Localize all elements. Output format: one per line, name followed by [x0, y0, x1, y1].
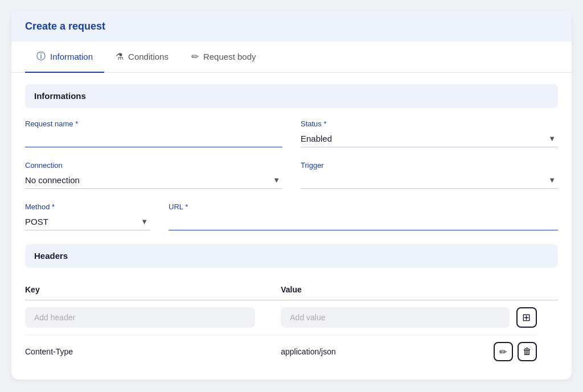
url-input[interactable] [169, 213, 558, 230]
trigger-select[interactable] [301, 172, 558, 188]
headers-add-row: ⊞ [25, 300, 558, 335]
add-value-input[interactable] [281, 307, 509, 328]
tab-request-body[interactable]: ✏ Request body [180, 42, 268, 72]
method-label: Method * [25, 203, 150, 211]
add-key-cell [25, 300, 281, 335]
url-label: URL * [169, 203, 558, 211]
conditions-icon: ⚗ [116, 51, 124, 62]
method-select-wrapper: POST GET PUT DELETE PATCH ▼ [25, 213, 150, 230]
row-key-value: Content-Type [25, 347, 73, 356]
page-title: Create a request [25, 20, 105, 32]
form-row-2: Connection No connection ▼ Trigger ▼ [25, 161, 558, 189]
form-row-1: Request name * Status * Enabled Disabled… [25, 119, 558, 147]
headers-section: Headers Key Value [25, 244, 558, 368]
tabs-container: ⓘ Information ⚗ Conditions ✏ Request bod… [11, 42, 572, 73]
status-label: Status * [301, 119, 558, 128]
request-body-icon: ✏ [191, 51, 199, 62]
tab-conditions-label: Conditions [128, 52, 169, 61]
col-header-actions [537, 279, 558, 300]
col-header-key: Key [25, 279, 281, 300]
headers-section-header: Headers [25, 244, 558, 268]
tab-request-body-label: Request body [203, 52, 256, 61]
method-select[interactable]: POST GET PUT DELETE PATCH [25, 213, 150, 230]
tab-conditions[interactable]: ⚗ Conditions [104, 42, 180, 72]
delete-header-button[interactable]: 🗑 [518, 342, 537, 361]
col-header-value: Value [281, 279, 536, 300]
card-header: Create a request [11, 11, 572, 42]
status-group: Status * Enabled Disabled ▼ [301, 119, 558, 147]
status-select-wrapper: Enabled Disabled ▼ [301, 130, 558, 147]
row-value-cell: application/json ✏ 🗑 [281, 335, 536, 369]
form-row-3: Method * POST GET PUT DELETE PATCH ▼ URL… [25, 203, 558, 230]
informations-title: Informations [34, 91, 86, 101]
edit-header-button[interactable]: ✏ [494, 342, 513, 361]
request-name-input[interactable] [25, 130, 282, 147]
tab-information-label: Information [50, 52, 93, 61]
delete-icon: 🗑 [523, 346, 532, 357]
headers-table: Key Value [25, 279, 558, 368]
connection-select[interactable]: No connection [25, 172, 282, 188]
trigger-group: Trigger ▼ [301, 161, 558, 189]
table-row: Content-Type application/json ✏ [25, 335, 558, 369]
request-name-group: Request name * [25, 119, 282, 147]
row-key-cell: Content-Type [25, 335, 281, 369]
edit-icon: ✏ [499, 346, 507, 357]
informations-section-header: Informations [25, 84, 558, 108]
status-select[interactable]: Enabled Disabled [301, 130, 558, 147]
connection-label: Connection [25, 161, 282, 170]
trigger-select-wrapper: ▼ [301, 172, 558, 189]
add-header-input[interactable] [25, 307, 255, 328]
trigger-label: Trigger [301, 161, 558, 170]
information-icon: ⓘ [36, 51, 46, 63]
connection-select-wrapper: No connection ▼ [25, 172, 282, 189]
tab-content: Informations Request name * Status * Ena… [11, 73, 572, 379]
add-header-button[interactable]: ⊞ [516, 307, 537, 328]
tab-information[interactable]: ⓘ Information [25, 42, 104, 73]
method-group: Method * POST GET PUT DELETE PATCH ▼ [25, 203, 150, 230]
add-value-cell: ⊞ [281, 300, 536, 335]
add-icon: ⊞ [522, 311, 531, 324]
main-card: Create a request ⓘ Information ⚗ Conditi… [11, 11, 572, 379]
headers-title: Headers [34, 251, 68, 261]
url-group: URL * [169, 203, 558, 230]
row-value-value: application/json [281, 347, 486, 356]
connection-group: Connection No connection ▼ [25, 161, 282, 189]
request-name-label: Request name * [25, 119, 282, 128]
